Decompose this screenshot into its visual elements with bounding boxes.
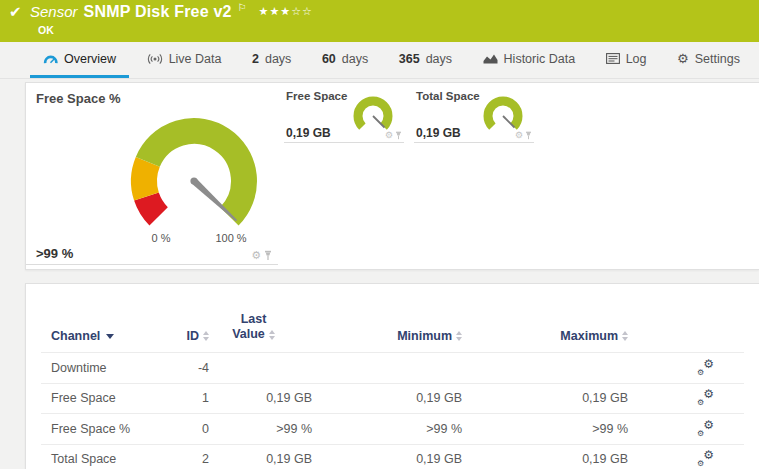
- minimum-value: 0,19 GB: [312, 391, 462, 405]
- channel-settings-gears-icon[interactable]: ⚙⚙: [696, 360, 716, 376]
- gauge-settings-gear-icon[interactable]: ⚙: [515, 131, 523, 140]
- column-header-channel[interactable]: Channel: [51, 329, 114, 343]
- gauge-title: Free Space: [286, 90, 347, 102]
- tab-2-days[interactable]: 2 days: [239, 42, 304, 78]
- tab-label: days: [342, 52, 368, 66]
- channel-settings-gears-icon[interactable]: ⚙⚙: [696, 451, 716, 467]
- last-value: 0,19 GB: [209, 452, 312, 466]
- gauges-panel: Free Space % 0 % 100 % >99 % ⚙ Fr: [25, 82, 759, 270]
- star-empty-icons[interactable]: ☆☆: [291, 5, 313, 17]
- prtg-sensor-page: ✔ Sensor SNMP Disk Free v2 ⚐ ★★★☆☆ OK Ov…: [0, 0, 759, 469]
- radial-gauge: [114, 103, 274, 253]
- sensor-title-row: Sensor SNMP Disk Free v2 ⚐ ★★★☆☆: [30, 3, 313, 21]
- gauge-icon: [43, 53, 58, 65]
- priority-stars[interactable]: ★★★☆☆: [259, 5, 313, 18]
- tab-365-days[interactable]: 365 days: [386, 42, 465, 78]
- pin-icon[interactable]: [525, 131, 532, 140]
- column-header-id[interactable]: ID: [187, 329, 210, 343]
- tab-live-data[interactable]: Live Data: [134, 42, 235, 78]
- gauge-title: Total Space: [416, 90, 480, 102]
- sort-icon: [622, 331, 628, 341]
- channel-id: -4: [171, 361, 209, 375]
- tab-number: 365: [399, 52, 420, 66]
- tab-overview[interactable]: Overview: [30, 42, 129, 78]
- log-icon: [606, 53, 620, 64]
- tab-label: Historic Data: [504, 52, 576, 66]
- page-title: SNMP Disk Free v2: [84, 3, 232, 21]
- tab-settings[interactable]: ⚙ Settings: [664, 42, 753, 78]
- gauge-segment-warning: [144, 162, 148, 197]
- gear-icon: ⚙: [677, 52, 689, 65]
- table-row-free-space-percent: Free Space % 0 >99 % >99 % >99 % ⚙⚙: [41, 414, 744, 445]
- tab-bar: Overview Live Data 2 days 60 days 365 da…: [0, 42, 759, 79]
- table-row-total-space: Total Space 2 0,19 GB 0,19 GB 0,19 GB ⚙⚙: [41, 445, 744, 469]
- gauge-scale-max: 100 %: [201, 232, 261, 244]
- channels-panel: Channel ID Last Value Minimum Maximum Do…: [25, 283, 759, 469]
- minimum-value: 0,19 GB: [312, 452, 462, 466]
- broadcast-icon: [147, 53, 163, 65]
- table-header-row: Channel ID Last Value Minimum Maximum: [41, 284, 744, 353]
- tab-label: days: [265, 52, 291, 66]
- channel-id: 0: [171, 422, 209, 436]
- gauge-scale-min: 0 %: [131, 232, 191, 244]
- gauge-value: 0,19 GB: [286, 126, 331, 140]
- gauge-segment-ok: [488, 101, 518, 127]
- tab-label: Overview: [64, 52, 116, 66]
- gauge-needle-hub: [190, 177, 197, 184]
- free-space-gauge: Free Space 0,19 GB ⚙: [284, 89, 404, 143]
- gauge-value: 0,19 GB: [416, 126, 461, 140]
- maximum-value: >99 %: [462, 422, 628, 436]
- area-chart-icon: [483, 53, 498, 64]
- channels-table: Channel ID Last Value Minimum Maximum Do…: [41, 284, 744, 469]
- tab-label: Live Data: [169, 52, 222, 66]
- channel-id: 1: [171, 391, 209, 405]
- minimum-value: >99 %: [312, 422, 462, 436]
- gauge-segment-alarm: [146, 197, 158, 217]
- star-filled-icons[interactable]: ★★★: [259, 5, 292, 17]
- last-value: >99 %: [209, 422, 312, 436]
- tab-number: 60: [322, 52, 336, 66]
- total-space-gauge: Total Space 0,19 GB ⚙: [414, 89, 534, 143]
- gauge-settings-gear-icon[interactable]: ⚙: [385, 131, 393, 140]
- pin-icon[interactable]: [395, 131, 402, 140]
- flag-icon: ⚐: [238, 2, 247, 13]
- gauge-segment-ok: [358, 101, 388, 127]
- sort-icon: [269, 330, 275, 340]
- gauge-value: >99 %: [36, 246, 73, 261]
- free-space-percent-gauge: Free Space % 0 % 100 % >99 % ⚙: [26, 83, 278, 265]
- pin-icon[interactable]: [264, 250, 272, 261]
- maximum-value: 0,19 GB: [462, 452, 628, 466]
- sensor-type-label: Sensor: [30, 3, 78, 20]
- column-header-minimum[interactable]: Minimum: [397, 329, 462, 343]
- sort-desc-icon: [106, 334, 114, 339]
- tab-label: days: [426, 52, 452, 66]
- status-badge: OK: [38, 24, 54, 36]
- channel-id: 2: [171, 452, 209, 466]
- gauge-title: Free Space %: [36, 91, 121, 106]
- tab-historic-data[interactable]: Historic Data: [470, 42, 589, 78]
- maximum-value: 0,19 GB: [462, 391, 628, 405]
- channel-settings-gears-icon[interactable]: ⚙⚙: [696, 390, 716, 406]
- last-value: 0,19 GB: [209, 391, 312, 405]
- tab-number: 2: [252, 52, 259, 66]
- channel-name[interactable]: Downtime: [41, 361, 171, 375]
- tab-label: Settings: [695, 52, 740, 66]
- tab-log[interactable]: Log: [593, 42, 660, 78]
- sensor-header: ✔ Sensor SNMP Disk Free v2 ⚐ ★★★☆☆ OK: [0, 0, 759, 42]
- channel-name[interactable]: Free Space: [41, 391, 171, 405]
- status-check-icon: ✔: [9, 3, 22, 21]
- tab-label: Log: [626, 52, 647, 66]
- table-row-free-space: Free Space 1 0,19 GB 0,19 GB 0,19 GB ⚙⚙: [41, 384, 744, 415]
- channel-name[interactable]: Free Space %: [41, 422, 171, 436]
- column-header-last-value[interactable]: Last Value: [209, 312, 312, 343]
- tab-60-days[interactable]: 60 days: [309, 42, 381, 78]
- column-header-maximum[interactable]: Maximum: [560, 329, 628, 343]
- channel-settings-gears-icon[interactable]: ⚙⚙: [696, 421, 716, 437]
- channel-name[interactable]: Total Space: [41, 452, 171, 466]
- table-row-downtime: Downtime -4 ⚙⚙: [41, 353, 744, 384]
- gauge-settings-gear-icon[interactable]: ⚙: [251, 250, 261, 261]
